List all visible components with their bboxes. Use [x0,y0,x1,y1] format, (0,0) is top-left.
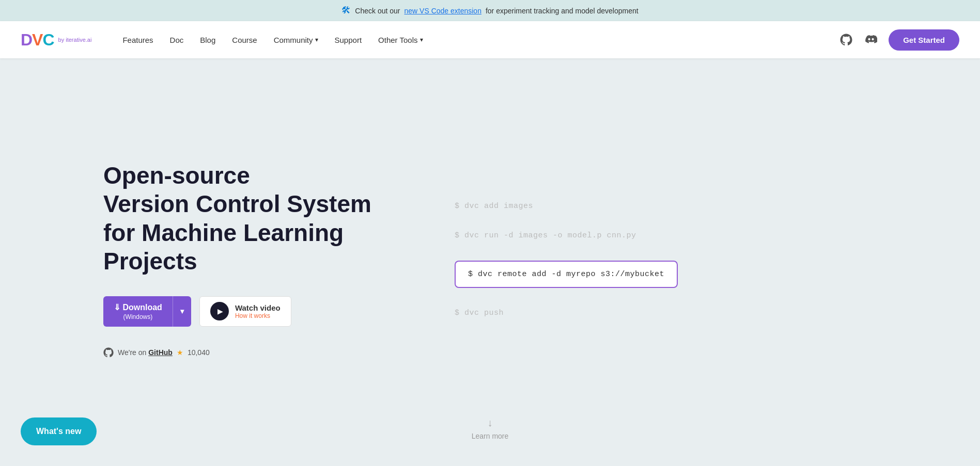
logo[interactable]: DVC by iterative.ai [21,30,91,50]
whats-new-button[interactable]: What's new [21,417,97,445]
watch-video-button[interactable]: ▶ Watch video How it works [199,296,291,327]
hero-title-line3: for Machine Learning Projects [103,219,344,275]
nav-right: Get Started [839,29,959,51]
logo-dvc: DVC [21,30,54,50]
learn-more-label: Learn more [472,432,509,440]
hero-title: Open-source Version Control System for M… [103,162,413,276]
github-link[interactable]: GitHub [148,348,173,357]
nav-course[interactable]: Course [232,36,257,44]
github-small-icon [103,347,114,358]
logo-c: C [42,30,54,49]
hero-left: Open-source Version Control System for M… [103,162,413,358]
nav-support[interactable]: Support [335,36,362,44]
play-icon: ▶ [210,302,229,320]
nav-features[interactable]: Features [122,36,153,44]
download-sub: (Windows) [123,313,153,320]
vscode-extension-link[interactable]: new VS Code extension [405,7,481,15]
nav-links: Features Doc Blog Course Community Suppo… [122,36,839,44]
learn-more-arrow: ↓ [488,417,493,429]
github-stars: We're on GitHub ★ 10,040 [103,347,413,358]
terminal-line-2: $ dvc run -d images -o model.p cnn.py [455,231,636,240]
nav-community[interactable]: Community [274,36,318,44]
get-started-button[interactable]: Get Started [889,29,959,51]
banner-text-before: Check out our [355,7,400,15]
discord-icon[interactable] [864,33,878,47]
watch-video-text: Watch video How it works [235,303,281,319]
stars-count: 10,040 [188,348,210,357]
logo-d: D [21,30,32,49]
hero-title-line2: Version Control System [103,190,371,217]
bottom-bar: What's new [21,417,97,445]
watch-video-sub: How it works [235,312,281,319]
nav-doc[interactable]: Doc [170,36,184,44]
terminal-line-3: $ dvc remote add -d myrepo s3://mybucket [455,261,678,288]
nav-other-tools[interactable]: Other Tools [378,36,423,44]
logo-v: V [32,30,42,49]
download-btn-main: ⇓ Download (Windows) [103,296,173,327]
watch-video-main: Watch video [235,303,281,312]
navbar: DVC by iterative.ai Features Doc Blog Co… [0,21,980,58]
download-button[interactable]: ⇓ Download (Windows) ▾ [103,296,191,327]
github-icon[interactable] [839,33,853,47]
vscode-icon: 🛠 [341,5,351,16]
banner-text-after: for experiment tracking and model develo… [486,7,639,15]
download-label: ⇓ Download [114,302,162,312]
github-stars-text: We're on GitHub [118,348,173,357]
download-dropdown-arrow[interactable]: ▾ [173,307,191,315]
terminal-line-1: $ dvc add images [455,202,533,211]
hero-buttons: ⇓ Download (Windows) ▾ ▶ Watch video How… [103,296,413,327]
hero-right: $ dvc add images $ dvc run -d images -o … [413,202,918,317]
hero-section: Open-source Version Control System for M… [0,58,980,461]
hero-title-line1: Open-source [103,162,250,189]
logo-by: by iterative.ai [58,37,92,43]
nav-blog[interactable]: Blog [200,36,215,44]
star-icon: ★ [177,348,183,357]
top-banner: 🛠 Check out our new VS Code extension fo… [0,0,980,21]
learn-more[interactable]: ↓ Learn more [472,417,509,440]
terminal-line-4: $ dvc push [455,309,504,317]
